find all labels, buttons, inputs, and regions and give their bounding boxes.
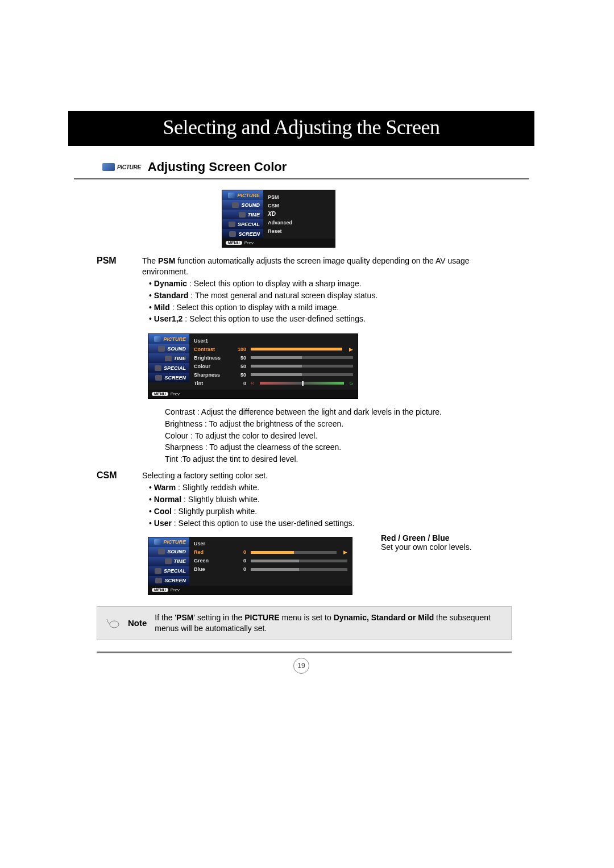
osd-item-psm: PSM: [268, 194, 301, 200]
osd-user1-title: User1: [194, 338, 227, 344]
osd-tab-sound: SOUND: [222, 200, 263, 210]
psm-sub-description: Contrast : Adjust the difference between…: [165, 407, 529, 465]
osd-picture-menu: PICTURE SOUND TIME SPECIAL SCREEN PSM CS…: [222, 190, 335, 248]
csm-description: Selecting a factory setting color set. •…: [142, 470, 512, 529]
osd-tab-time: TIME: [222, 210, 263, 219]
divider-top: [74, 178, 529, 180]
csm-label: CSM: [97, 470, 142, 529]
psm-label: PSM: [97, 256, 142, 326]
psm-description: The PSM function automatically adjusts t…: [142, 256, 512, 326]
picture-chip: PICTURE: [102, 163, 141, 171]
rgb-note: Red / Green / Blue Set your own color le…: [381, 533, 472, 552]
osd-user-rgb-menu: PICTURE SOUND TIME SPECIAL SCREEN User R…: [148, 537, 352, 595]
note-text: If the 'PSM' setting in the PICTURE menu…: [155, 612, 503, 634]
note-box: Note If the 'PSM' setting in the PICTURE…: [97, 606, 512, 640]
osd-tab-special: SPECIAL: [222, 219, 263, 229]
divider-bottom: [97, 652, 512, 653]
page-banner: Selecting and Adjusting the Screen: [68, 111, 534, 146]
osd-item-reset: Reset: [268, 228, 301, 234]
note-label: Note: [128, 618, 147, 628]
osd-user1-menu: PICTURE SOUND TIME SPECIAL SCREEN User1 …: [148, 333, 358, 399]
osd-tab-screen: SCREEN: [222, 229, 263, 239]
osd-tab-picture: PICTURE: [222, 190, 263, 200]
osd-item-advanced: Advanced: [268, 220, 301, 226]
osd-footer: MENUPrev.: [222, 239, 335, 247]
picture-chip-label: PICTURE: [117, 164, 141, 170]
osd-item-csm: CSM: [268, 203, 301, 208]
section-title: Adjusting Screen Color: [148, 160, 287, 174]
page-number: 19: [293, 658, 309, 674]
osd-item-xd: XD: [268, 211, 276, 217]
svg-point-0: [110, 621, 119, 628]
mouse-icon: [105, 617, 120, 629]
osd-user-title: User: [194, 541, 227, 546]
picture-chip-icon: [102, 163, 115, 171]
